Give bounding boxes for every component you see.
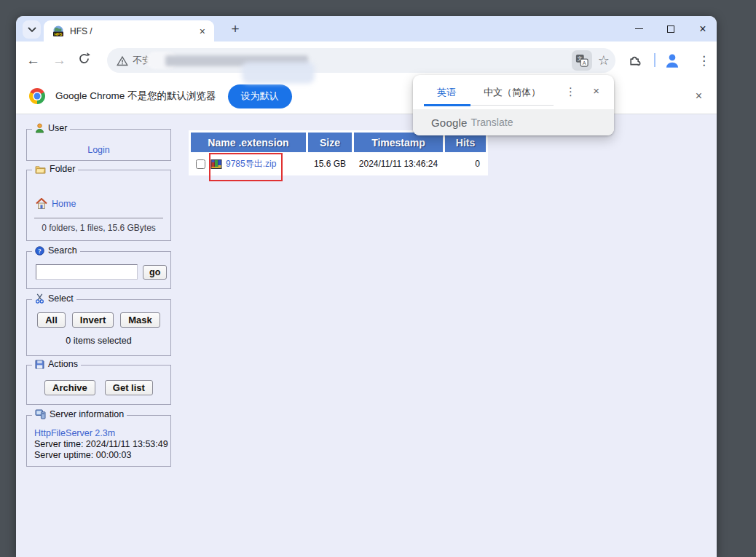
folder-divider xyxy=(34,218,163,218)
translate-popup-tabs: 英语 中文（简体） ⋮ × xyxy=(413,75,614,109)
translate-tab-source[interactable]: 英语 xyxy=(437,86,456,99)
select-all-button[interactable]: All xyxy=(37,312,66,328)
user-panel: User Login xyxy=(26,129,171,161)
search-panel: ? Search go xyxy=(26,251,171,289)
file-checkbox[interactable] xyxy=(196,159,205,169)
default-browser-message: Google Chrome 不是您的默认浏览器 xyxy=(55,90,216,103)
server-info-legend: Server information xyxy=(32,409,127,419)
help-icon: ? xyxy=(35,246,44,256)
actions-panel-legend: Actions xyxy=(32,359,81,369)
folder-panel-legend: Folder xyxy=(32,164,78,174)
bookmark-star-icon[interactable]: ☆ xyxy=(598,52,610,68)
get-list-button[interactable]: Get list xyxy=(105,380,153,395)
actions-panel-title: Actions xyxy=(48,359,78,369)
svg-text:A: A xyxy=(583,60,586,66)
chevron-down-icon xyxy=(28,27,36,33)
search-input[interactable] xyxy=(36,264,138,280)
save-icon xyxy=(35,360,44,369)
chrome-logo-icon xyxy=(29,88,45,104)
login-link[interactable]: Login xyxy=(87,145,110,155)
home-icon xyxy=(36,198,47,209)
scissors-icon xyxy=(35,293,44,304)
browser-window: HFS HFS / × + × ← → xyxy=(16,16,717,557)
extensions-icon[interactable] xyxy=(628,52,642,67)
translate-tab-target[interactable]: 中文（简体） xyxy=(484,86,540,99)
svg-text:HFS: HFS xyxy=(54,31,62,36)
maximize-icon xyxy=(667,25,674,33)
server-icon xyxy=(35,409,46,419)
browser-menu-icon[interactable]: ⋮ xyxy=(698,52,710,68)
set-default-button[interactable]: 设为默认 xyxy=(228,84,292,108)
profile-avatar-icon[interactable] xyxy=(663,51,682,70)
file-hits: 0 xyxy=(445,154,486,173)
browser-toolbar: ← → 不安 xyxy=(16,42,717,79)
user-icon xyxy=(35,123,44,133)
server-uptime: Server uptime: 00:00:03 xyxy=(34,450,170,461)
archive-button[interactable]: Archive xyxy=(44,380,95,395)
translate-icon: 文 A xyxy=(575,54,588,67)
server-info-title: Server information xyxy=(50,409,124,419)
column-header-name[interactable]: Name .extension xyxy=(191,133,306,152)
select-panel: Select All Invert Mask 0 items selected xyxy=(26,299,171,356)
google-brand-label: Google xyxy=(431,116,468,129)
maximize-button[interactable] xyxy=(664,23,677,36)
window-controls: × xyxy=(632,16,709,42)
tab-close-icon[interactable]: × xyxy=(197,25,208,37)
user-panel-title: User xyxy=(48,123,67,133)
folder-panel: Folder Home 0 folders, 1 files, 15.6 GBy… xyxy=(26,170,171,241)
redaction-smudge xyxy=(242,62,315,84)
translate-active-underline xyxy=(424,104,470,106)
search-panel-title: Search xyxy=(48,245,77,256)
address-bar[interactable]: 不安 文 A ☆ xyxy=(107,48,615,73)
file-size: 15.6 GB xyxy=(308,154,352,173)
translate-menu-icon[interactable]: ⋮ xyxy=(565,85,576,98)
reload-button[interactable] xyxy=(77,52,91,66)
selection-status: 0 items selected xyxy=(27,336,170,346)
hfs-version-link[interactable]: HttpFileServer 2.3m xyxy=(34,428,115,438)
home-link[interactable]: Home xyxy=(52,199,76,209)
select-panel-title: Select xyxy=(48,293,74,304)
folder-panel-title: Folder xyxy=(50,164,75,174)
new-tab-button[interactable]: + xyxy=(226,20,245,39)
actions-panel: Actions Archive Get list xyxy=(26,365,171,405)
column-header-hits[interactable]: Hits xyxy=(445,133,486,152)
select-invert-button[interactable]: Invert xyxy=(72,312,114,328)
tab-hfs[interactable]: HFS HFS / × xyxy=(44,20,214,42)
minimize-button[interactable] xyxy=(632,23,645,36)
file-timestamp: 2024/11/11 13:46:24 xyxy=(354,154,443,173)
tab-search-button[interactable] xyxy=(23,20,41,39)
not-secure-warning-icon xyxy=(117,55,128,66)
minimize-icon xyxy=(635,28,643,29)
file-table-header-row: Name .extension Size Timestamp Hits xyxy=(191,133,486,152)
column-header-timestamp[interactable]: Timestamp xyxy=(354,133,443,152)
user-panel-legend: User xyxy=(32,123,70,133)
translate-button[interactable]: 文 A xyxy=(572,50,592,71)
folder-icon xyxy=(35,165,46,174)
server-info-panel: Server information HttpFileServer 2.3m S… xyxy=(26,415,171,467)
toolbar-divider xyxy=(654,53,655,67)
search-go-button[interactable]: go xyxy=(143,265,167,280)
hfs-page: User Login Folder xyxy=(16,114,717,557)
tab-strip: HFS HFS / × + × xyxy=(16,16,717,42)
annotation-highlight-box xyxy=(209,153,283,181)
translate-footer: Google Translate xyxy=(413,109,614,135)
translate-product-label: Translate xyxy=(471,116,513,128)
folder-stats: 0 folders, 1 files, 15.6 GBytes xyxy=(27,223,170,233)
translate-popup: 英语 中文（简体） ⋮ × Google Translate xyxy=(413,75,614,135)
search-panel-legend: ? Search xyxy=(32,245,80,256)
window-close-button[interactable]: × xyxy=(696,23,709,36)
hfs-favicon-icon: HFS xyxy=(52,25,64,37)
svg-text:?: ? xyxy=(38,247,41,254)
forward-button[interactable]: → xyxy=(52,52,66,68)
tab-title: HFS / xyxy=(70,26,197,36)
select-panel-legend: Select xyxy=(32,293,76,304)
server-time: Server time: 2024/11/11 13:53:49 xyxy=(34,439,170,450)
notification-close-icon[interactable]: × xyxy=(696,90,702,103)
select-mask-button[interactable]: Mask xyxy=(120,312,160,328)
back-button[interactable]: ← xyxy=(26,52,40,68)
translate-close-icon[interactable]: × xyxy=(593,84,599,97)
column-header-size[interactable]: Size xyxy=(308,133,352,152)
